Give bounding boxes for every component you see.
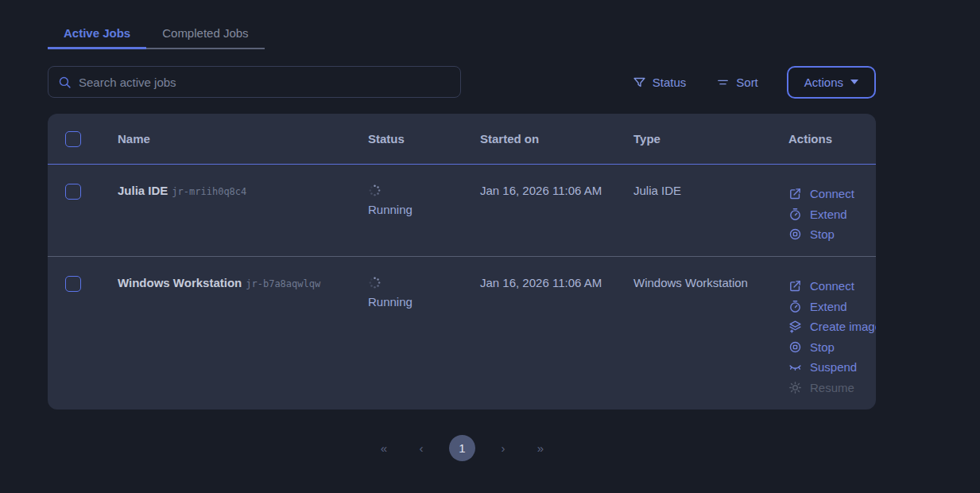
stopwatch-icon (788, 208, 802, 221)
job-name: Windows Workstation (118, 276, 242, 289)
row-checkbox[interactable] (65, 184, 81, 200)
job-status-cell: Running (368, 165, 480, 216)
action-label: Suspend (810, 357, 857, 378)
table-row: Julia IDEjr-mriih0q8c4RunningJan 16, 202… (48, 165, 876, 256)
pagination-current-page[interactable]: 1 (449, 435, 475, 461)
header-started-on: Started on (480, 132, 633, 146)
header-actions: Actions (788, 132, 876, 146)
spinner-icon (368, 276, 382, 289)
action-label: Connect (810, 184, 854, 204)
toolbar: Status Sort Actions (48, 65, 876, 99)
status-filter-label: Status (653, 76, 687, 89)
job-status: Running (368, 203, 480, 216)
job-name-cell: Windows Workstationjr-b7a8aqwlqw (118, 257, 368, 289)
search-icon (58, 76, 72, 89)
action-label: Extend (810, 297, 847, 317)
action-label: Extend (810, 204, 847, 225)
eye-closed-icon (788, 360, 802, 374)
action-stop[interactable]: Stop (788, 224, 876, 245)
job-type: Windows Workstation (633, 257, 788, 289)
action-label: Connect (810, 276, 854, 297)
stop-circle-icon (788, 227, 802, 241)
row-checkbox[interactable] (65, 276, 81, 292)
action-label: Create image (810, 316, 876, 337)
status-filter-button[interactable]: Status (623, 69, 696, 95)
action-label: Stop (810, 224, 835, 245)
pagination-prev-button[interactable]: ‹ (412, 441, 431, 455)
external-link-icon (788, 279, 802, 293)
action-connect[interactable]: Connect (788, 184, 876, 204)
job-name: Julia IDE (118, 184, 168, 197)
caret-down-icon (850, 80, 858, 84)
job-name-cell: Julia IDEjr-mriih0q8c4 (118, 165, 368, 197)
job-id: jr-b7a8aqwlqw (246, 278, 320, 289)
stopwatch-icon (788, 300, 802, 313)
external-link-icon (788, 187, 802, 200)
job-status: Running (368, 295, 480, 309)
search-input[interactable] (79, 76, 451, 89)
action-label: Stop (810, 337, 835, 358)
action-resume: Resume (788, 378, 876, 398)
search-box[interactable] (48, 66, 461, 98)
header-status: Status (368, 132, 480, 146)
table-row: Windows Workstationjr-b7a8aqwlqwRunningJ… (48, 256, 876, 410)
action-extend[interactable]: Extend (788, 204, 876, 225)
action-connect[interactable]: Connect (788, 276, 876, 297)
pagination: « ‹ 1 › » (0, 435, 924, 461)
pagination-next-button[interactable]: › (494, 441, 513, 455)
job-status-cell: Running (368, 257, 480, 309)
sort-lines-icon (716, 76, 730, 89)
sort-label: Sort (736, 76, 758, 89)
action-suspend[interactable]: Suspend (788, 357, 876, 378)
toolbar-right: Status Sort Actions (623, 66, 876, 99)
table-header-row: Name Status Started on Type Actions (48, 114, 876, 165)
job-type: Julia IDE (633, 165, 788, 197)
stop-circle-icon (788, 340, 802, 354)
select-all-checkbox[interactable] (65, 131, 81, 147)
jobs-table: Name Status Started on Type Actions Juli… (48, 114, 876, 410)
job-started-on: Jan 16, 2026 11:06 AM (480, 165, 633, 197)
tab-active-jobs[interactable]: Active Jobs (48, 26, 146, 49)
header-type: Type (633, 132, 788, 146)
layers-plus-icon (788, 320, 802, 333)
job-actions-cell: ConnectExtendStop (788, 165, 876, 245)
sun-icon (788, 381, 802, 394)
spinner-icon (368, 184, 382, 197)
tab-completed-jobs[interactable]: Completed Jobs (146, 26, 264, 49)
action-create-image[interactable]: Create image (788, 316, 876, 337)
job-actions-cell: ConnectExtendCreate imageStopSuspendResu… (788, 257, 876, 398)
actions-dropdown-button[interactable]: Actions (787, 66, 876, 99)
tab-bar: Active Jobs Completed Jobs (48, 26, 876, 49)
action-label: Resume (810, 378, 854, 398)
job-id: jr-mriih0q8c4 (172, 186, 246, 197)
job-started-on: Jan 16, 2026 11:06 AM (480, 257, 633, 289)
pagination-last-button[interactable]: » (531, 441, 550, 455)
header-name: Name (118, 132, 368, 146)
action-stop[interactable]: Stop (788, 337, 876, 358)
action-extend[interactable]: Extend (788, 297, 876, 317)
sort-button[interactable]: Sort (707, 69, 768, 95)
table-body: Julia IDEjr-mriih0q8c4RunningJan 16, 202… (48, 165, 876, 410)
actions-label: Actions (804, 76, 843, 89)
main-content: Active Jobs Completed Jobs Status Sort (48, 0, 876, 410)
pagination-first-button[interactable]: « (374, 441, 393, 455)
filter-funnel-icon (633, 76, 646, 89)
